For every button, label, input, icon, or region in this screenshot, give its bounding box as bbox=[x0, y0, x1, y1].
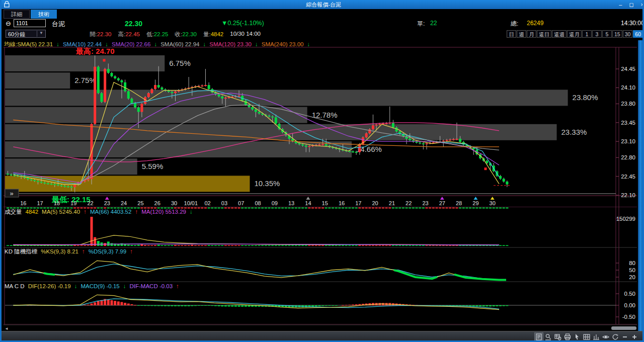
svg-text:30: 30 bbox=[490, 200, 496, 206]
period-button-5[interactable]: 5 bbox=[602, 30, 612, 38]
svg-text:07: 07 bbox=[238, 200, 244, 206]
period-button-週[interactable]: 週 bbox=[517, 30, 526, 38]
svg-text:最高: 24.70: 最高: 24.70 bbox=[75, 47, 115, 55]
period-button-月[interactable]: 月 bbox=[527, 30, 536, 38]
svg-text:26: 26 bbox=[154, 200, 160, 206]
chevron-down-icon: ▼ bbox=[37, 31, 43, 37]
svg-text:80: 80 bbox=[629, 260, 635, 266]
ohlc-field: 高:22.45 bbox=[118, 31, 139, 38]
report-icon[interactable] bbox=[534, 332, 543, 341]
close-button[interactable]: × bbox=[641, 0, 644, 9]
sma-legend-item: ↓ bbox=[56, 41, 59, 47]
period-button-還週[interactable]: 還週 bbox=[552, 30, 567, 38]
svg-text:50: 50 bbox=[629, 267, 635, 273]
volume-ma-lines bbox=[13, 235, 499, 245]
stock-name: 台泥 bbox=[52, 20, 65, 29]
svg-text:15: 15 bbox=[322, 200, 328, 206]
svg-text:0.00: 0.00 bbox=[624, 302, 635, 308]
collapse-icon[interactable]: ⊖ bbox=[6, 20, 11, 27]
h-scrollbar-thumb[interactable] bbox=[611, 326, 636, 330]
svg-text:17: 17 bbox=[355, 200, 361, 206]
volume-legend-item: MA(120) 5513.29 bbox=[141, 209, 186, 215]
zoom-in-icon[interactable] bbox=[630, 332, 639, 341]
sma-legend-item: SMA(240) 23.00 bbox=[262, 41, 304, 47]
svg-text:03: 03 bbox=[221, 200, 227, 206]
svg-text:13: 13 bbox=[288, 200, 294, 206]
svg-text:-0.50: -0.50 bbox=[622, 314, 635, 320]
ohlc-bar: 60分鐘▼ 開:22.30高:22.45低:22.25收:22.30量:4842… bbox=[2, 29, 644, 39]
kd-legend-item: KD 隨機指標 bbox=[5, 248, 37, 254]
svg-text:08: 08 bbox=[255, 200, 261, 206]
tab-detail[interactable]: 詳細 bbox=[4, 10, 30, 19]
period-button-15[interactable]: 15 bbox=[612, 30, 622, 38]
period-button-日[interactable]: 日 bbox=[507, 30, 516, 38]
macd-legend: MA C DDIF(12-26) -0.19↓MACD(9) -0.15↓DIF… bbox=[5, 283, 183, 290]
svg-text:22.45: 22.45 bbox=[621, 174, 635, 180]
interval-select[interactable]: 60分鐘▼ bbox=[6, 30, 46, 38]
macd-legend-item: MA C D bbox=[5, 283, 25, 289]
sma-legend-item: SMA(20) 22.66 bbox=[112, 41, 150, 47]
sma-legend-item: ↓ bbox=[255, 41, 258, 47]
period-button-還月[interactable]: 還月 bbox=[567, 30, 582, 38]
ohlc-field: 收:22.30 bbox=[175, 31, 196, 38]
restore-button[interactable]: ◻ bbox=[629, 0, 633, 9]
period-button-30[interactable]: 30 bbox=[623, 30, 633, 38]
minimize-button[interactable]: – bbox=[619, 0, 622, 9]
right-scroll-strip[interactable] bbox=[638, 40, 644, 331]
period-button-60[interactable]: 60 bbox=[633, 30, 643, 38]
printer-icon[interactable] bbox=[563, 332, 572, 341]
sma-legend-item: ↓ bbox=[307, 41, 310, 47]
svg-text:24.10: 24.10 bbox=[621, 84, 635, 91]
lock-icon bbox=[4, 1, 10, 9]
svg-text:09: 09 bbox=[272, 200, 278, 206]
macd-legend-item: DIF(12-26) -0.19 bbox=[28, 283, 71, 289]
refresh-icon[interactable] bbox=[611, 332, 620, 341]
quote-time: 14:30:00 bbox=[621, 20, 644, 27]
sma-legend: 均線:SMA(5) 22.31↓SMA(10) 22.44↓SMA(20) 22… bbox=[4, 41, 313, 48]
period-button-1[interactable]: 1 bbox=[582, 30, 592, 38]
ohlc-field: 低:22.25 bbox=[146, 31, 168, 38]
volume-legend: 成交量4842MA(5) 5245.40↑MA(66) 4403.52↑MA(1… bbox=[5, 208, 196, 215]
app-window: 綜合報價-台泥 – ◻ × 詳細 技術 ⊖ 台泥 22.30 ▼0.25(-1.… bbox=[0, 0, 644, 342]
zoom-tool-icon[interactable] bbox=[544, 332, 553, 341]
kd-legend: KD 隨機指標%KS(9,3) 8.21↑%DS(9,3) 7.99↑ bbox=[5, 248, 136, 255]
svg-text:29: 29 bbox=[472, 200, 478, 206]
svg-text:21: 21 bbox=[389, 200, 395, 206]
macd-legend-item: DIF-MACD -0.03 bbox=[129, 283, 173, 289]
macd-legend-item: ↑ bbox=[176, 283, 179, 289]
ohlc-field: 開:22.30 bbox=[90, 31, 111, 38]
svg-text:23: 23 bbox=[104, 200, 110, 206]
view-tabs: 詳細 技術 bbox=[4, 10, 57, 19]
svg-text:5.59%: 5.59% bbox=[142, 162, 164, 170]
svg-text:6.75%: 6.75% bbox=[169, 59, 191, 67]
svg-text:17: 17 bbox=[37, 200, 43, 206]
bottom-toolbar bbox=[0, 331, 644, 342]
grid-icon[interactable] bbox=[582, 332, 591, 341]
cursor-icon[interactable] bbox=[573, 332, 582, 341]
eye-icon[interactable] bbox=[601, 332, 610, 341]
period-button-3[interactable]: 3 bbox=[592, 30, 602, 38]
table-search-icon[interactable] bbox=[553, 332, 562, 341]
zoom-out-icon[interactable] bbox=[620, 332, 629, 341]
svg-text:28: 28 bbox=[456, 200, 462, 206]
indicator-icon[interactable] bbox=[592, 332, 601, 341]
svg-text:10/01: 10/01 bbox=[184, 200, 198, 206]
volume-legend-item: MA(66) 4403.52 bbox=[90, 209, 131, 215]
sma-legend-item: ↓ bbox=[105, 41, 108, 47]
expand-button[interactable]: » bbox=[5, 189, 19, 197]
last-price: 22.30 bbox=[125, 20, 142, 28]
sma-legend-item: SMA(10) 22.44 bbox=[63, 41, 102, 47]
svg-text:23.10: 23.10 bbox=[621, 138, 635, 144]
svg-text:◄: ◄ bbox=[5, 326, 9, 331]
svg-text:»: » bbox=[10, 190, 13, 197]
unit-volume-value: 22 bbox=[430, 20, 437, 27]
period-button-還日[interactable]: 還日 bbox=[537, 30, 551, 38]
quote-row: ⊖ 台泥 22.30 ▼0.25(-1.10%) 單: 22 總: 26249 … bbox=[2, 19, 644, 29]
tab-technical[interactable]: 技術 bbox=[31, 10, 57, 19]
svg-text:23.33%: 23.33% bbox=[561, 128, 587, 136]
sma-legend-item: SMA(60) 22.94 bbox=[160, 41, 199, 47]
stock-code-input[interactable] bbox=[14, 19, 46, 27]
sma-legend-item: SMA(120) 23.30 bbox=[209, 41, 252, 47]
h-scrollbar[interactable]: ◄► bbox=[5, 326, 643, 331]
svg-text:24.45: 24.45 bbox=[621, 66, 635, 72]
